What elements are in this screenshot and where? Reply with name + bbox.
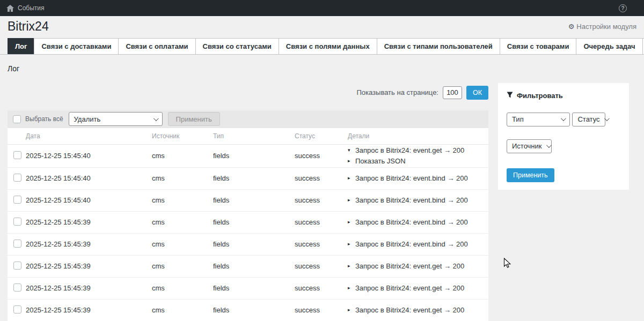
table-row: 2025-12-25 15:45:40cmsfieldssuccess▾Запр… <box>8 145 488 168</box>
row-checkbox[interactable] <box>13 174 21 182</box>
row-type: fields <box>213 240 295 248</box>
table-row: 2025-12-25 15:45:39cmsfieldssuccess▸Запр… <box>8 278 488 300</box>
row-type: fields <box>213 152 295 160</box>
triangle-right-icon: ▸ <box>348 305 352 315</box>
table-row: 2025-12-25 15:45:39cmsfieldssuccess▸Запр… <box>8 256 488 278</box>
row-date: 2025-12-25 15:45:39 <box>26 218 152 226</box>
table-row: 2025-12-25 15:45:40cmsfieldssuccess▸Запр… <box>8 168 488 190</box>
row-checkbox[interactable] <box>13 262 21 270</box>
row-source: cms <box>152 240 213 248</box>
tab-data-fields[interactable]: Связи с полями данных <box>279 38 377 54</box>
row-status: success <box>295 284 348 292</box>
triangle-right-icon: ▸ <box>348 239 352 249</box>
triangle-right-icon: ▸ <box>348 156 352 166</box>
column-header-type: Тип <box>213 132 295 140</box>
page-title: Bitrix24 <box>8 19 49 34</box>
row-date: 2025-12-25 15:45:40 <box>26 174 152 182</box>
row-status: success <box>295 262 348 270</box>
row-date: 2025-12-25 15:45:39 <box>26 284 152 292</box>
filter-apply-button[interactable]: Применить <box>507 168 554 182</box>
tab-deliveries[interactable]: Связи с доставками <box>34 38 119 54</box>
row-type: fields <box>213 218 295 226</box>
triangle-right-icon: ▸ <box>348 195 352 205</box>
row-checkbox[interactable] <box>13 283 21 292</box>
gear-icon: ⚙ <box>568 23 575 31</box>
triangle-right-icon: ▸ <box>348 261 352 271</box>
column-header-source: Источник <box>152 132 213 140</box>
row-source: cms <box>152 218 213 226</box>
select-all-checkbox[interactable] <box>13 115 21 123</box>
chevron-down-icon <box>153 116 159 121</box>
column-header-details: Детали <box>348 132 488 140</box>
row-status: success <box>295 306 348 314</box>
chevron-down-icon <box>561 116 566 121</box>
help-icon[interactable]: ? <box>619 4 627 12</box>
filter-status-select[interactable]: Статус <box>572 113 605 126</box>
row-source: cms <box>152 152 213 160</box>
table-row: 2025-12-25 15:45:39cmsfieldssuccess▸Запр… <box>8 212 488 234</box>
bulk-toolbar: Выбрать всё Удалить Применить <box>8 110 488 128</box>
bulk-action-value: Удалить <box>74 115 101 123</box>
table-row: 2025-12-25 15:45:39cmsfieldssuccess▸Запр… <box>8 234 488 256</box>
row-status: success <box>295 152 348 160</box>
triangle-down-icon: ▾ <box>348 145 352 155</box>
tab-log[interactable]: Лог <box>8 38 34 54</box>
table-header-row: Дата Источник Тип Статус Детали <box>8 128 488 145</box>
triangle-right-icon: ▸ <box>348 217 352 227</box>
row-date: 2025-12-25 15:45:39 <box>26 306 152 314</box>
filter-type-select[interactable]: Тип <box>507 113 570 126</box>
triangle-right-icon: ▸ <box>348 173 352 183</box>
table-row: 2025-12-25 15:45:39cmsfieldssuccess▸Запр… <box>8 300 488 321</box>
row-status: success <box>295 174 348 182</box>
section-title: Лог <box>8 64 636 73</box>
row-source: cms <box>152 174 213 182</box>
tab-bar: ЛогСвязи с доставкамиСвязи с оплатамиСвя… <box>0 38 644 55</box>
tab-products[interactable]: Связи с товарами <box>500 38 577 54</box>
tab-payments[interactable]: Связи с оплатами <box>118 38 195 54</box>
row-checkbox[interactable] <box>13 305 21 313</box>
admin-bar: События ? <box>0 0 644 16</box>
filter-source-select[interactable]: Источник <box>507 139 552 153</box>
column-header-status: Статус <box>295 132 348 140</box>
details-toggle[interactable]: ▸Запрос в Bitrix24: event.bind → 200 <box>348 239 488 249</box>
row-checkbox[interactable] <box>13 196 21 204</box>
tab-mass-sync[interactable]: Массовая синхронизация <box>642 38 644 54</box>
row-checkbox[interactable] <box>13 151 21 159</box>
row-checkbox[interactable] <box>13 218 21 226</box>
row-source: cms <box>152 262 213 270</box>
breadcrumb[interactable]: События <box>18 4 45 12</box>
details-toggle[interactable]: ▸Запрос в Bitrix24: event.get → 200 <box>348 305 488 315</box>
filter-panel: Фильтровать Тип Статус Источник Применит… <box>498 83 629 190</box>
row-type: fields <box>213 306 295 314</box>
filter-status-value: Статус <box>577 115 599 123</box>
table-row: 2025-12-25 15:45:40cmsfieldssuccess▸Запр… <box>8 190 488 212</box>
filter-type-value: Тип <box>512 115 524 123</box>
bulk-apply-button[interactable]: Применить <box>168 112 220 126</box>
details-toggle[interactable]: ▸Запрос в Bitrix24: event.bind → 200 <box>348 217 488 227</box>
triangle-right-icon: ▸ <box>348 283 352 293</box>
per-page-label: Показывать на странице: <box>356 88 438 96</box>
tab-statuses[interactable]: Связи со статусами <box>195 38 279 54</box>
row-date: 2025-12-25 15:45:39 <box>26 240 152 248</box>
row-checkbox[interactable] <box>13 240 21 248</box>
home-icon[interactable] <box>6 5 14 12</box>
tab-task-queue[interactable]: Очередь задач <box>576 38 642 54</box>
row-type: fields <box>213 196 295 204</box>
per-page-ok-button[interactable]: ОК <box>466 86 488 100</box>
row-date: 2025-12-25 15:45:40 <box>26 152 152 160</box>
tab-user-types[interactable]: Связи с типами пользователей <box>377 38 500 54</box>
row-type: fields <box>213 284 295 292</box>
module-settings-label: Настройки модуля <box>576 23 636 31</box>
column-header-date: Дата <box>26 132 152 140</box>
show-json-toggle[interactable]: ▸Показать JSON <box>348 156 488 166</box>
details-toggle[interactable]: ▸Запрос в Bitrix24: event.bind → 200 <box>348 173 488 183</box>
details-toggle[interactable]: ▾Запрос в Bitrix24: event.get → 200 <box>348 145 488 155</box>
module-settings-link[interactable]: ⚙ Настройки модуля <box>568 23 636 31</box>
bulk-action-select[interactable]: Удалить <box>69 112 163 126</box>
details-toggle[interactable]: ▸Запрос в Bitrix24: event.get → 200 <box>348 261 488 271</box>
details-toggle[interactable]: ▸Запрос в Bitrix24: event.get → 200 <box>348 283 488 293</box>
details-toggle[interactable]: ▸Запрос в Bitrix24: event.bind → 200 <box>348 195 488 205</box>
filter-source-value: Источник <box>512 142 542 150</box>
row-date: 2025-12-25 15:45:40 <box>26 196 152 204</box>
per-page-input[interactable] <box>443 86 462 99</box>
